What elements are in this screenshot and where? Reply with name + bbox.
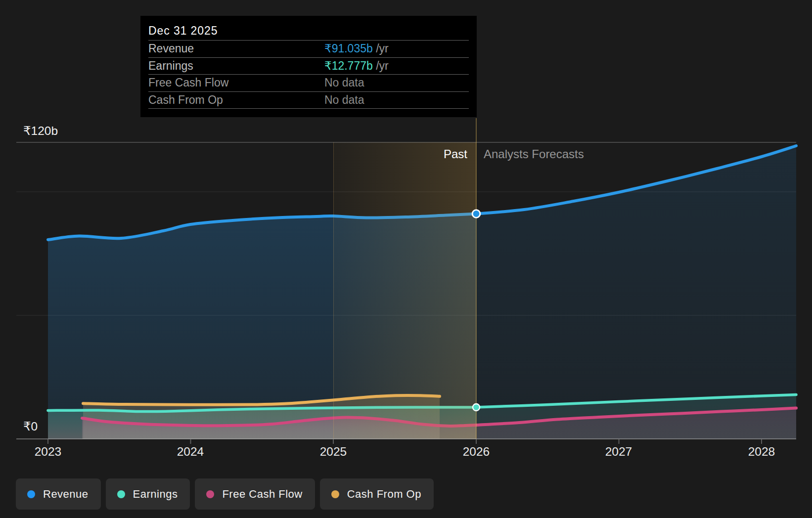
svg-text:₹120b: ₹120b <box>23 124 58 137</box>
svg-text:2028: 2028 <box>748 445 775 458</box>
svg-text:2026: 2026 <box>463 445 490 458</box>
svg-text:2024: 2024 <box>177 445 204 458</box>
svg-text:2025: 2025 <box>320 445 347 458</box>
svg-text:Analysts Forecasts: Analysts Forecasts <box>484 147 584 161</box>
svg-text:2023: 2023 <box>35 445 62 458</box>
svg-text:₹0: ₹0 <box>23 420 38 433</box>
svg-text:2027: 2027 <box>605 445 632 458</box>
svg-text:Past: Past <box>444 147 467 161</box>
